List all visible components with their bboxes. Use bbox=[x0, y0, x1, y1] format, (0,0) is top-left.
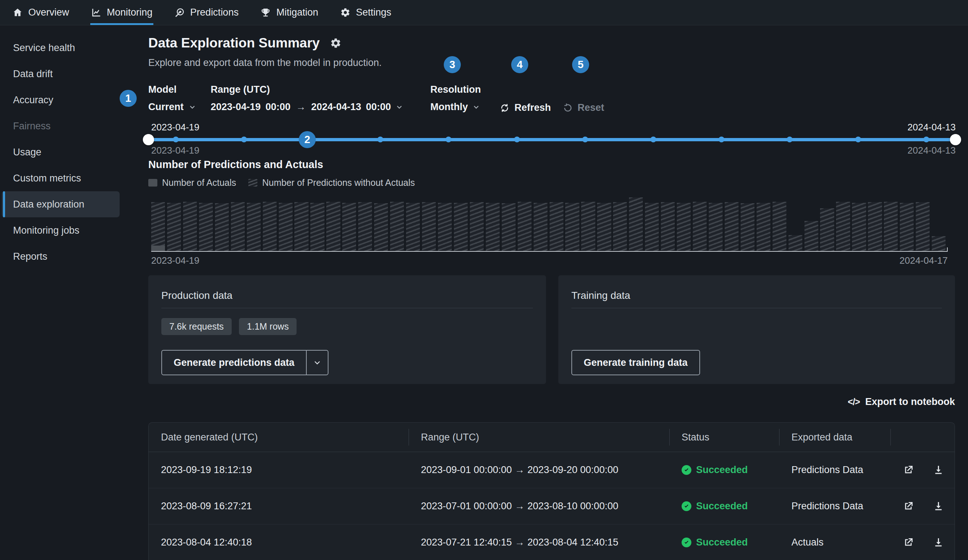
range-start-time: 00:00 bbox=[265, 101, 290, 112]
page-title: Data Exploration Summary bbox=[148, 35, 320, 51]
arrow-right-icon: → bbox=[295, 101, 307, 112]
chart-bar bbox=[597, 203, 611, 251]
page-header: Data Exploration Summary bbox=[148, 35, 341, 51]
divider bbox=[161, 308, 533, 308]
sidebar-item-label: Fairness bbox=[13, 121, 51, 132]
sidebar-item-usage[interactable]: Usage bbox=[0, 139, 131, 165]
sidebar-item-accuracy[interactable]: Accuracy bbox=[0, 87, 131, 113]
chart-bar bbox=[534, 203, 547, 251]
model-select[interactable]: Current bbox=[148, 101, 196, 112]
download-icon[interactable] bbox=[933, 537, 944, 548]
chart-bar bbox=[645, 203, 659, 251]
reset-label: Reset bbox=[578, 102, 604, 113]
slider-tick[interactable] bbox=[173, 137, 179, 142]
slider-end-sublabel: 2024-04-13 bbox=[907, 145, 956, 156]
legend-item-actuals: Number of Actuals bbox=[148, 177, 236, 188]
resolution-select[interactable]: Monthly bbox=[430, 101, 481, 112]
sidebar-item-label: Data exploration bbox=[13, 199, 85, 210]
chart-bar bbox=[693, 202, 707, 251]
chart-bar bbox=[550, 202, 564, 251]
cell-range: 2023-07-01 00:00:00→2023-08-10 00:00:00 bbox=[409, 501, 669, 512]
sidebar-item-data-exploration[interactable]: Data exploration bbox=[2, 191, 119, 217]
chart-bar bbox=[613, 202, 627, 251]
slider-tick[interactable] bbox=[650, 137, 656, 142]
chart-bar bbox=[374, 203, 388, 251]
slider-handle-start[interactable] bbox=[143, 134, 154, 145]
slider-tick[interactable] bbox=[855, 137, 861, 142]
cell-range: 2023-07-21 12:40:15→2023-08-04 12:40:15 bbox=[409, 537, 669, 548]
nav-item-overview[interactable]: Overview bbox=[12, 0, 69, 25]
download-icon[interactable] bbox=[933, 501, 944, 512]
slider-tick[interactable] bbox=[241, 137, 247, 142]
chart-bar bbox=[470, 202, 484, 251]
slider-tick[interactable] bbox=[514, 137, 520, 142]
arrow-right-icon: → bbox=[512, 537, 527, 548]
slider-tick[interactable] bbox=[923, 137, 929, 142]
cell-status: Succeeded bbox=[669, 501, 779, 512]
range-end-time: 00:00 bbox=[366, 101, 391, 112]
range-end: 2023-09-20 00:00:00 bbox=[527, 464, 618, 475]
slider-handle-end[interactable] bbox=[950, 134, 961, 145]
slider-tick[interactable] bbox=[446, 137, 451, 142]
sidebar-item-monitoring-jobs[interactable]: Monitoring jobs bbox=[0, 217, 131, 243]
range-start: 2023-07-21 12:40:15 bbox=[421, 537, 512, 548]
resolution-value: Monthly bbox=[430, 101, 468, 112]
sidebar-item-label: Service health bbox=[13, 42, 75, 54]
reset-button[interactable]: Reset bbox=[563, 102, 604, 113]
generate-training-data-button[interactable]: Generate training data bbox=[571, 350, 700, 375]
slider-start-label: 2023-04-19 bbox=[151, 122, 199, 133]
chart-x-axis bbox=[151, 251, 948, 252]
callout-3: 3 bbox=[444, 56, 461, 73]
slider-tick[interactable] bbox=[787, 137, 792, 142]
chart-bar bbox=[326, 202, 340, 251]
callout-5: 5 bbox=[572, 56, 589, 73]
slider-tick[interactable] bbox=[378, 137, 383, 142]
range-select[interactable]: 2023-04-19 00:00 → 2024-04-13 00:00 bbox=[211, 101, 403, 112]
chart-bar bbox=[454, 203, 468, 251]
main-content: Data Exploration Summary Explore and exp… bbox=[131, 0, 968, 560]
open-external-icon[interactable] bbox=[903, 464, 914, 476]
chart-bar bbox=[502, 203, 515, 251]
generate-predictions-dropdown-button[interactable] bbox=[306, 350, 328, 375]
chart-bar bbox=[725, 202, 739, 251]
chart-bar bbox=[565, 203, 579, 251]
callout-4: 4 bbox=[511, 56, 528, 73]
sidebar-item-data-drift[interactable]: Data drift bbox=[0, 61, 131, 87]
home-icon bbox=[12, 7, 23, 18]
open-external-icon[interactable] bbox=[903, 537, 914, 548]
arrow-right-icon: → bbox=[512, 501, 527, 512]
open-external-icon[interactable] bbox=[903, 501, 914, 512]
callout-2: 2 bbox=[299, 131, 316, 148]
nav-label: Overview bbox=[28, 7, 69, 18]
sidebar-item-service-health[interactable]: Service health bbox=[0, 35, 131, 61]
cell-date-generated: 2023-08-09 16:27:21 bbox=[149, 501, 409, 512]
chart-bar bbox=[294, 202, 308, 251]
model-label: Model bbox=[148, 84, 196, 95]
chart-bar bbox=[342, 203, 356, 251]
slider-tick[interactable] bbox=[719, 137, 724, 142]
export-to-notebook-link[interactable]: </> Export to notebook bbox=[848, 396, 955, 408]
sidebar-item-custom-metrics[interactable]: Custom metrics bbox=[0, 165, 131, 191]
table-row: 2023-09-19 18:12:19 2023-09-01 00:00:00→… bbox=[149, 452, 955, 488]
model-value: Current bbox=[148, 101, 184, 112]
summary-settings-gear-icon[interactable] bbox=[330, 37, 341, 49]
slider-track[interactable] bbox=[148, 138, 956, 141]
x-axis-start-label: 2023-04-19 bbox=[151, 255, 199, 266]
chart-bar bbox=[486, 203, 500, 251]
cell-exported-data: Predictions Data bbox=[779, 464, 890, 476]
chart-title: Number of Predictions and Actuals bbox=[148, 159, 323, 170]
sidebar-item-reports[interactable]: Reports bbox=[0, 243, 131, 269]
slider-start-sublabel: 2023-04-19 bbox=[151, 145, 199, 156]
chevron-down-icon bbox=[189, 103, 196, 111]
download-icon[interactable] bbox=[933, 464, 944, 476]
chart-bar bbox=[263, 202, 277, 251]
slider-end-label: 2024-04-13 bbox=[907, 122, 956, 133]
refresh-icon bbox=[500, 103, 510, 113]
chart-bar bbox=[279, 203, 293, 251]
generate-predictions-data-button[interactable]: Generate predictions data bbox=[161, 350, 307, 375]
table-row: 2023-08-04 12:40:18 2023-07-21 12:40:15→… bbox=[149, 525, 955, 560]
cell-date-generated: 2023-08-04 12:40:18 bbox=[149, 537, 409, 548]
refresh-button[interactable]: Refresh bbox=[500, 102, 551, 113]
slider-tick[interactable] bbox=[582, 137, 588, 142]
range-start-date: 2023-04-19 bbox=[211, 101, 261, 112]
